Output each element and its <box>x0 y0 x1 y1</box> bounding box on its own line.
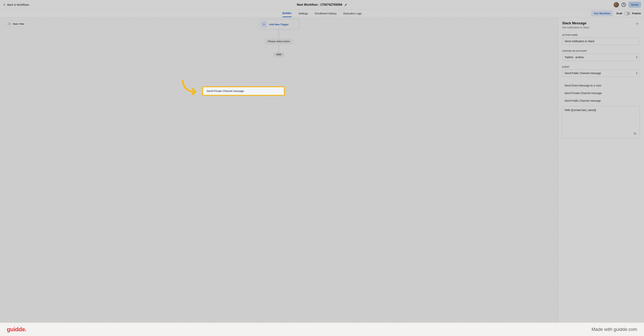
action-placeholder-node[interactable]: Please select action <box>265 38 293 44</box>
add-new-trigger[interactable]: + Add New Trigger <box>258 19 299 30</box>
plus-icon: + <box>261 21 267 28</box>
tabbar: Builder Settings Enrollment History Exec… <box>0 10 644 18</box>
choose-account-label: CHOOSE AN ACCOUNT <box>562 50 640 52</box>
test-workflow-button[interactable]: Test Workflow <box>591 11 613 16</box>
svg-point-0 <box>634 133 635 133</box>
trigger-label: Add New Trigger <box>269 23 288 26</box>
close-icon[interactable]: ✕ <box>635 21 640 26</box>
tutorial-highlight: Send Private Channel message <box>202 86 285 96</box>
saved-button[interactable]: Saved <box>628 2 641 8</box>
stats-label: Stats View <box>13 23 24 25</box>
event-value: Send Public Channel message <box>565 72 601 75</box>
edit-icon[interactable] <box>344 4 347 6</box>
highlighted-option[interactable]: Send Private Channel message <box>203 87 284 95</box>
tag-icon[interactable] <box>634 132 637 136</box>
topbar-right: Saved <box>614 2 641 8</box>
event-label: EVENT <box>562 66 640 68</box>
workflow-title-container: New Workflow : 1706742765084 <box>297 3 347 7</box>
action-name-label: ACTION NAME <box>562 34 640 36</box>
select-chevrons-icon: ▴▾ <box>636 72 637 75</box>
end-node: END <box>274 52 284 57</box>
back-to-workflows[interactable]: Back to Workflows <box>3 3 29 6</box>
select-chevrons-icon: ▴▾ <box>636 56 637 59</box>
event-dropdown-list: Send Direct Message to a User Send Priva… <box>562 82 640 105</box>
history-icon[interactable] <box>622 3 626 7</box>
tabbar-right: Test Workflow Draft Publish <box>591 11 641 16</box>
action-name-input[interactable]: Send notification to Slack <box>562 38 640 45</box>
event-option-public-channel[interactable]: Send Public Channel message <box>562 97 640 105</box>
back-label: Back to Workflows <box>7 3 29 6</box>
account-select[interactable]: Topline - andrea ▴▾ <box>562 54 640 61</box>
side-panel: Slack Message Get notifications in Slack… <box>558 18 644 336</box>
guidde-footer: guidde. Made with guidde.com <box>0 323 644 336</box>
workflow-canvas[interactable]: Stats View + Add New Trigger Please sele… <box>0 18 558 336</box>
event-option-private-channel[interactable]: Send Private Channel message <box>562 89 640 97</box>
draft-publish-group: Draft Publish <box>616 12 641 15</box>
tab-settings[interactable]: Settings <box>298 10 308 17</box>
action-name-value: Send notification to Slack <box>565 40 594 43</box>
panel-title: Slack Message <box>562 21 589 25</box>
publish-label: Publish <box>632 12 641 15</box>
guidde-logo: guidde. <box>7 326 26 332</box>
stats-toggle[interactable] <box>6 22 11 25</box>
event-select[interactable]: Send Public Channel message ▴▾ <box>562 70 640 77</box>
message-textarea[interactable]: hello {{contact.last_name}} <box>562 106 640 138</box>
draft-label: Draft <box>616 12 622 15</box>
tab-enrollment-history[interactable]: Enrollment History <box>315 10 336 17</box>
stats-view-pill[interactable]: Stats View <box>4 21 27 27</box>
panel-header: Slack Message Get notifications in Slack… <box>562 21 640 29</box>
made-with-text: Made with guidde.com <box>592 327 637 332</box>
tab-execution-logs[interactable]: Execution Logs <box>344 10 362 17</box>
tab-builder[interactable]: Builder <box>282 10 292 17</box>
publish-toggle[interactable] <box>624 12 630 15</box>
avatar[interactable] <box>614 2 619 8</box>
message-value: hello {{contact.last_name}} <box>565 109 596 112</box>
account-value: Topline - andrea <box>565 56 584 59</box>
topbar: Back to Workflows New Workflow : 1706742… <box>0 0 644 10</box>
event-option-direct-message[interactable]: Send Direct Message to a User <box>562 82 640 89</box>
workflow-title: New Workflow : 1706742765084 <box>297 3 342 7</box>
panel-subtitle: Get notifications in Slack <box>562 26 589 29</box>
chevron-left-icon <box>3 4 6 6</box>
main: Stats View + Add New Trigger Please sele… <box>0 18 644 336</box>
